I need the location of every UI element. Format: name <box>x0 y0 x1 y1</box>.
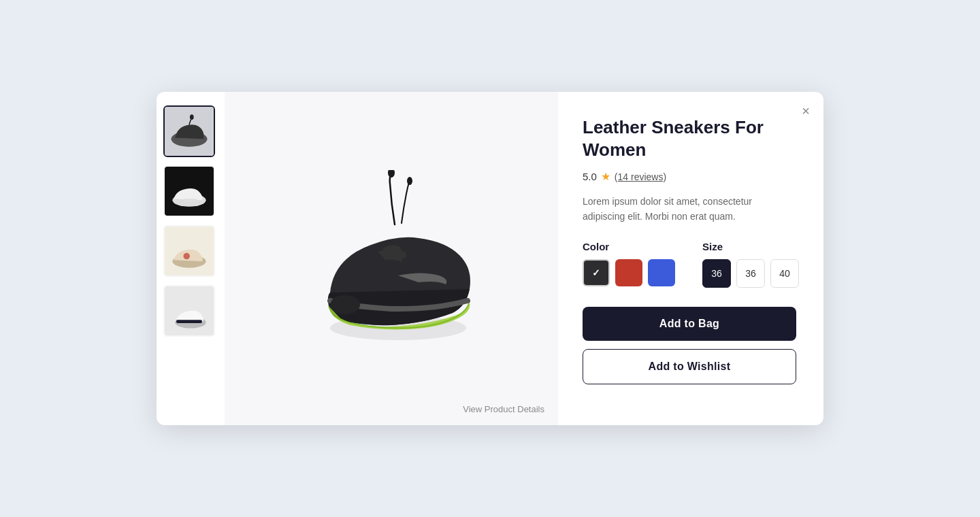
size-label: Size <box>702 241 799 252</box>
thumbnail-1[interactable] <box>163 105 215 157</box>
product-modal: × <box>157 92 823 425</box>
star-icon: ★ <box>601 170 610 183</box>
svg-rect-3 <box>184 199 197 201</box>
review-link[interactable]: (14 reviews) <box>615 171 666 182</box>
size-option-group: Size 36 36 40 <box>702 241 799 288</box>
size-btn-36-2[interactable]: 36 <box>736 259 765 288</box>
color-label: Color <box>583 241 675 252</box>
thumbnail-list <box>157 92 225 425</box>
product-title: Leather Sneakers For Women <box>583 116 796 161</box>
view-product-details-link[interactable]: View Product Details <box>463 404 544 414</box>
svg-point-9 <box>388 170 395 178</box>
product-info-panel: Leather Sneakers For Women 5.0 ★ (14 rev… <box>558 92 823 425</box>
rating-score: 5.0 <box>583 171 597 182</box>
thumbnail-2[interactable] <box>163 165 215 217</box>
add-to-wishlist-button[interactable]: Add to Wishlist <box>583 349 796 384</box>
svg-rect-7 <box>176 320 202 323</box>
thumbnail-4[interactable] <box>163 285 215 337</box>
color-swatches: ✓ <box>583 259 675 286</box>
svg-point-11 <box>330 295 360 314</box>
options-row: Color ✓ Size 36 36 40 <box>583 241 796 288</box>
svg-point-5 <box>183 253 189 259</box>
svg-point-10 <box>407 177 412 185</box>
close-button[interactable]: × <box>799 101 813 120</box>
thumbnail-3[interactable] <box>163 225 215 277</box>
svg-point-1 <box>190 114 194 120</box>
color-swatch-blue[interactable] <box>648 259 675 286</box>
rating-row: 5.0 ★ (14 reviews) <box>583 170 796 183</box>
main-image-area: View Product Details <box>225 92 558 425</box>
checkmark-icon: ✓ <box>592 267 600 278</box>
add-to-bag-button[interactable]: Add to Bag <box>583 307 796 341</box>
size-btn-36-1[interactable]: 36 <box>702 259 731 288</box>
size-options: 36 36 40 <box>702 259 799 288</box>
main-shoe-image <box>289 170 493 347</box>
product-description: Lorem ipsum dolor sit amet, consectetur … <box>583 194 796 224</box>
color-option-group: Color ✓ <box>583 241 675 288</box>
color-swatch-red[interactable] <box>615 259 642 286</box>
color-swatch-black[interactable]: ✓ <box>583 259 610 286</box>
size-btn-40[interactable]: 40 <box>770 259 799 288</box>
